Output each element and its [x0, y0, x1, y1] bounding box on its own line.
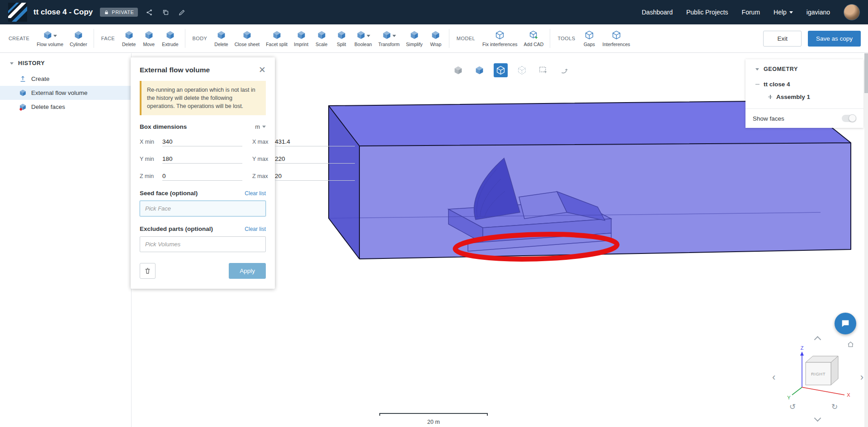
tree-node-root[interactable]: tt close 4 — [745, 78, 863, 90]
avatar[interactable] — [844, 4, 860, 20]
excluded-parts-clear-link[interactable]: Clear list — [245, 226, 266, 232]
tool-body-delete[interactable]: Delete — [211, 30, 231, 47]
wireframe-view-button[interactable] — [515, 63, 529, 77]
tool-imprint[interactable]: Imprint — [291, 30, 311, 47]
tree-node-assembly[interactable]: Assembly 1 — [745, 90, 863, 103]
box-select-icon — [538, 66, 548, 75]
help-menu[interactable]: Help — [774, 9, 793, 16]
chevron-down-icon — [755, 68, 759, 70]
pencil-icon — [178, 9, 186, 16]
share-icon — [146, 9, 153, 16]
imprint-icon — [297, 30, 306, 40]
support-chat-button[interactable] — [835, 313, 856, 334]
history-item-external-flow-volume[interactable]: External flow volume — [0, 86, 131, 100]
scrollbar-thumb[interactable] — [864, 53, 868, 93]
tool-scale[interactable]: Scale — [311, 30, 331, 47]
close-sheet-icon — [242, 30, 252, 40]
duplicate-button[interactable] — [160, 7, 170, 17]
tool-fix-interferences[interactable]: Fix interferences — [479, 30, 521, 47]
nav-rotate-left-arrow[interactable]: ‹ — [772, 372, 775, 382]
x-axis-label: X — [847, 392, 850, 398]
x-max-input[interactable] — [275, 137, 355, 146]
geometry-header[interactable]: GEOMETRY — [745, 59, 863, 78]
tool-simplify[interactable]: Simplify — [403, 30, 426, 47]
history-header[interactable]: HISTORY — [0, 53, 131, 72]
tool-label: Boolean — [354, 42, 372, 47]
fix-interferences-icon — [495, 30, 505, 40]
y-max-input[interactable] — [275, 155, 355, 164]
nav-up-chevron[interactable] — [814, 336, 821, 343]
apply-button[interactable]: Apply — [229, 263, 266, 279]
z-axis-label: Z — [801, 345, 804, 351]
pick-volumes-input[interactable] — [140, 236, 266, 252]
tool-label: Close sheet — [235, 42, 259, 47]
y-axis-label: Y — [787, 395, 791, 400]
tool-face-move[interactable]: Move — [139, 30, 159, 47]
scale-bar: 20 m — [379, 413, 488, 425]
expand-icon[interactable] — [768, 95, 772, 99]
tool-close-sheet[interactable]: Close sheet — [231, 30, 263, 47]
tool-label: Split — [337, 42, 346, 47]
rotate-ccw-icon[interactable]: ↺ — [789, 403, 796, 411]
nav-public-projects[interactable]: Public Projects — [686, 9, 728, 16]
rename-button[interactable] — [177, 7, 187, 17]
nav-rotate-right-arrow[interactable]: › — [860, 372, 863, 382]
show-faces-row: Show faces — [745, 109, 863, 128]
group-label-tools: TOOLS — [557, 36, 575, 41]
tool-transform[interactable]: Transform — [375, 30, 403, 47]
simplify-icon — [410, 30, 419, 40]
collapse-icon[interactable] — [755, 82, 760, 86]
nav-forum[interactable]: Forum — [742, 9, 760, 16]
tree-node-label: tt close 4 — [764, 81, 790, 88]
box-select-button[interactable] — [536, 63, 550, 77]
nav-dashboard[interactable]: Dashboard — [642, 9, 673, 16]
y-min-label: Y min — [140, 156, 158, 162]
delete-operation-button[interactable] — [140, 263, 156, 279]
save-as-copy-button[interactable]: Save as copy — [808, 31, 861, 47]
tool-boolean[interactable]: Boolean — [351, 30, 375, 47]
tool-cylinder[interactable]: Cylinder — [66, 30, 90, 47]
toolbar-group-create: CREATE Flow volume Cylinder — [5, 24, 90, 52]
z-max-input[interactable] — [275, 172, 355, 181]
tool-gaps[interactable]: Gaps — [579, 30, 599, 47]
history-item-create[interactable]: Create — [0, 72, 131, 86]
x-min-input[interactable] — [162, 137, 242, 146]
tool-add-cad[interactable]: Add CAD — [521, 30, 547, 47]
tool-facet-split[interactable]: Facet split — [263, 30, 291, 47]
unit-dropdown[interactable]: m — [255, 123, 266, 130]
unit-value: m — [255, 123, 260, 130]
geometry-header-label: GEOMETRY — [764, 66, 798, 72]
seed-face-clear-link[interactable]: Clear list — [245, 190, 266, 197]
show-faces-toggle[interactable] — [842, 115, 856, 122]
tool-split[interactable]: Split — [331, 30, 351, 47]
tool-wrap[interactable]: Wrap — [426, 30, 446, 47]
history-item-label: Create — [31, 75, 50, 82]
probe-select-button[interactable] — [557, 63, 571, 77]
tool-interferences[interactable]: Interferences — [599, 30, 633, 47]
history-header-label: HISTORY — [18, 60, 45, 66]
shaded-view-button[interactable] — [451, 63, 465, 77]
y-min-input[interactable] — [162, 155, 242, 164]
nav-cube-face-label: RIGHT — [811, 371, 826, 376]
history-item-delete-faces[interactable]: Delete faces — [0, 100, 131, 114]
nav-down-chevron[interactable] — [814, 415, 821, 422]
tool-flow-volume[interactable]: Flow volume — [33, 30, 66, 47]
pick-face-input[interactable] — [140, 201, 266, 216]
z-min-input[interactable] — [162, 172, 242, 181]
share-button[interactable] — [144, 7, 154, 17]
rotate-cw-icon[interactable]: ↻ — [831, 403, 838, 411]
tool-face-extrude[interactable]: Extrude — [159, 30, 181, 47]
tool-label: Interferences — [602, 42, 630, 47]
transparent-view-button[interactable] — [494, 63, 508, 77]
scale-bar-line — [379, 413, 488, 416]
nav-cube-face[interactable]: Z Y X RIGHT — [785, 345, 851, 401]
app-logo[interactable] — [8, 3, 27, 22]
face-delete-icon — [124, 30, 134, 40]
exit-button[interactable]: Exit — [763, 31, 802, 47]
toggle-knob — [849, 114, 856, 122]
shaded-edges-view-button[interactable] — [472, 63, 486, 77]
vertical-scrollbar[interactable] — [864, 53, 868, 427]
tool-face-delete[interactable]: Delete — [119, 30, 139, 47]
close-icon[interactable]: ✕ — [259, 66, 266, 74]
toolbar-group-face: FACE Delete Move Extrude — [97, 24, 182, 52]
